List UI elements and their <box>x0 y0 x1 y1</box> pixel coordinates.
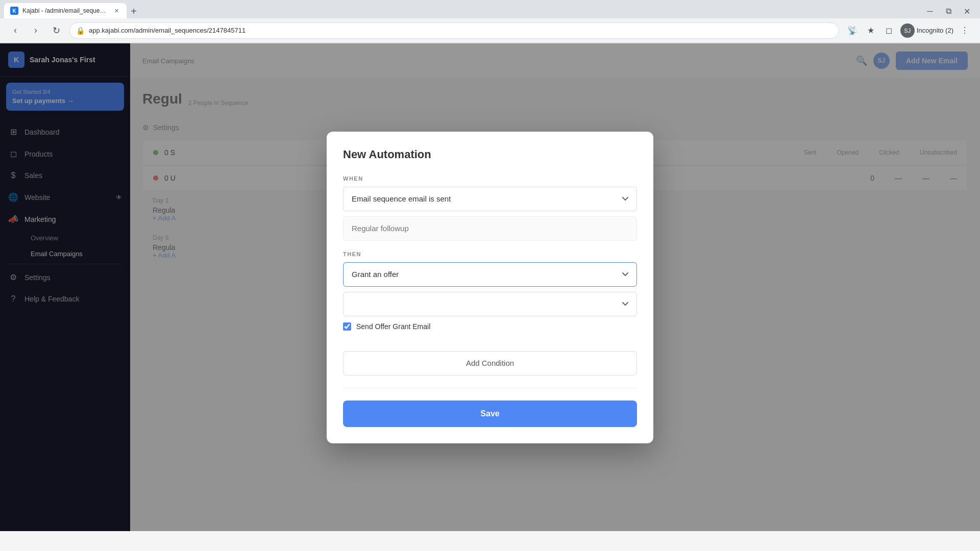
save-button[interactable]: Save <box>343 400 637 427</box>
then-label: THEN <box>343 251 637 257</box>
when-sequence-input[interactable] <box>343 216 637 241</box>
modal-title: New Automation <box>343 148 637 161</box>
incognito-label: Incognito (2) <box>917 27 953 34</box>
reload-button[interactable]: ↻ <box>49 23 63 38</box>
modal-divider <box>343 388 637 388</box>
when-label: WHEN <box>343 176 637 182</box>
tab-favicon: K <box>10 7 18 15</box>
tab-close-button[interactable]: ✕ <box>112 7 120 15</box>
app-layout: K Sarah Jonas's First Get Started 3/4 Se… <box>0 43 980 531</box>
bookmark-icon[interactable]: ★ <box>864 23 878 38</box>
when-section: WHEN Email sequence email is sent Email … <box>343 176 637 241</box>
then-section: THEN Grant an offer Revoke an offer Subs… <box>343 251 637 331</box>
then-offer-select[interactable] <box>343 292 637 316</box>
tab-bar: K Kajabi - /admin/email_sequences/... ✕ … <box>0 0 980 18</box>
new-automation-modal: New Automation WHEN Email sequence email… <box>327 132 653 443</box>
extension-icon[interactable]: ◻ <box>882 23 896 38</box>
modal-overlay[interactable]: New Automation WHEN Email sequence email… <box>0 43 980 531</box>
menu-icon[interactable]: ⋮ <box>958 23 972 38</box>
forward-button[interactable]: › <box>29 23 43 38</box>
when-select[interactable]: Email sequence email is sent Email seque… <box>343 187 637 211</box>
incognito-button[interactable]: SJ Incognito (2) <box>900 23 953 38</box>
then-action-select[interactable]: Grant an offer Revoke an offer Subscribe… <box>343 262 637 287</box>
browser-chrome: K Kajabi - /admin/email_sequences/... ✕ … <box>0 0 980 43</box>
address-bar[interactable]: 🔒 app.kajabi.com/admin/email_sequences/2… <box>69 22 839 39</box>
maximize-button[interactable]: ⧉ <box>941 4 955 18</box>
checkbox-row: Send Offer Grant Email <box>343 322 637 331</box>
tab-title: Kajabi - /admin/email_sequences/... <box>22 7 108 14</box>
cast-icon[interactable]: 📡 <box>845 23 860 38</box>
url-text: app.kajabi.com/admin/email_sequences/214… <box>89 27 832 34</box>
browser-tab[interactable]: K Kajabi - /admin/email_sequences/... ✕ <box>4 3 127 18</box>
close-button[interactable]: ✕ <box>960 4 974 18</box>
minimize-button[interactable]: ─ <box>923 4 937 18</box>
incognito-avatar: SJ <box>900 23 915 38</box>
add-condition-button[interactable]: Add Condition <box>343 351 637 375</box>
new-tab-button[interactable]: + <box>127 4 141 18</box>
send-offer-email-checkbox[interactable] <box>343 322 351 331</box>
back-button[interactable]: ‹ <box>8 23 22 38</box>
toolbar-icons: 📡 ★ ◻ SJ Incognito (2) ⋮ <box>845 23 972 38</box>
browser-toolbar: ‹ › ↻ 🔒 app.kajabi.com/admin/email_seque… <box>0 18 980 43</box>
send-offer-email-label[interactable]: Send Offer Grant Email <box>356 322 430 331</box>
